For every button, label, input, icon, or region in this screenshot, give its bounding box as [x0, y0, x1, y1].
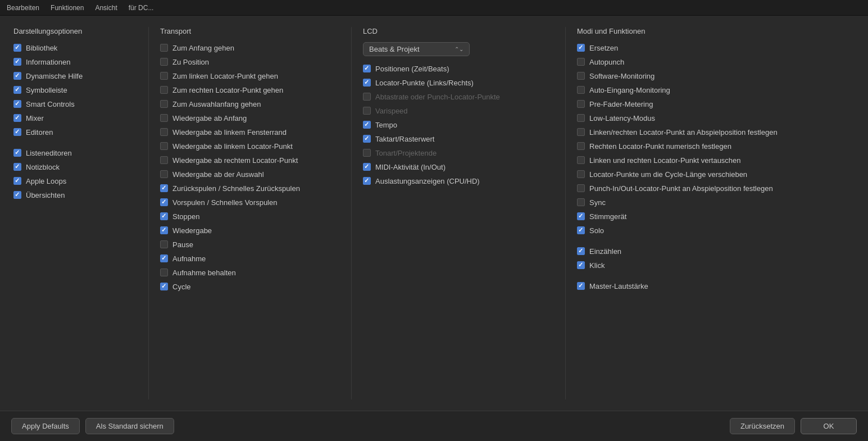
checkbox-darstellung-list-2[interactable]: [13, 72, 21, 80]
list-item: Low-Latency-Modus: [577, 112, 855, 124]
checkbox-transport-list-0[interactable]: [160, 44, 168, 52]
checkbox-lcd-list-5[interactable]: [363, 135, 371, 143]
checkbox-darstellung-list-8[interactable]: [13, 149, 21, 157]
checkbox-label: Apple Loops: [26, 177, 66, 185]
checkbox-label: Rechten Locator-Punkt numerisch festlege…: [589, 142, 731, 151]
darstellung-items: BibliothekInformationenDynamische HilfeS…: [13, 42, 137, 203]
checkbox-darstellung-list-10[interactable]: [13, 177, 21, 185]
checkbox-label: Übersichten: [26, 191, 65, 199]
checkbox-lcd-list-4[interactable]: [363, 121, 371, 129]
checkbox-transport-list-4[interactable]: [160, 100, 168, 108]
checkbox-transport-list-8[interactable]: [160, 156, 168, 164]
checkbox-transport-list-10[interactable]: [160, 184, 168, 192]
checkbox-modi-list-3[interactable]: [577, 86, 585, 94]
content-area: Darstellungsoptionen BibliothekInformati…: [0, 16, 868, 411]
checkbox-label: Stoppen: [172, 212, 199, 221]
checkbox-darstellung-list-5[interactable]: [13, 114, 21, 122]
checkbox-modi-list-16[interactable]: [577, 261, 585, 269]
checkbox-lcd-list-2[interactable]: [363, 93, 371, 101]
checkbox-label: Linken/rechten Locator-Punkt an Abspielp…: [589, 128, 778, 137]
menu-ansicht[interactable]: Ansicht: [95, 4, 117, 12]
checkbox-modi-list-8[interactable]: [577, 156, 585, 164]
list-item: Wiedergabe ab der Auswahl: [160, 169, 340, 180]
checkbox-label: MIDI-Aktivität (In/Out): [375, 163, 446, 171]
list-item: Einzählen: [577, 245, 855, 257]
checkbox-transport-list-15[interactable]: [160, 254, 168, 262]
checkbox-modi-list-4[interactable]: [577, 100, 585, 108]
checkbox-label: Tonart/Projektende: [375, 149, 437, 157]
ok-button[interactable]: OK: [801, 418, 857, 434]
checkbox-darstellung-list-1[interactable]: [13, 58, 21, 66]
checkbox-transport-list-11[interactable]: [160, 198, 168, 206]
list-item: Stoppen: [160, 211, 340, 222]
checkbox-modi-list-2[interactable]: [577, 72, 585, 80]
lcd-dropdown[interactable]: Beats & Projekt ⌃⌄: [363, 42, 470, 56]
checkbox-modi-list-1[interactable]: [577, 58, 585, 66]
checkbox-transport-list-2[interactable]: [160, 72, 168, 80]
checkbox-label: Wiedergabe ab rechtem Locator-Punkt: [172, 156, 298, 165]
checkbox-darstellung-list-11[interactable]: [13, 191, 21, 199]
checkbox-transport-list-5[interactable]: [160, 114, 168, 122]
checkbox-label: Editoren: [26, 128, 53, 137]
section-darstellung: Darstellungsoptionen BibliothekInformati…: [13, 27, 137, 399]
checkbox-transport-list-14[interactable]: [160, 240, 168, 248]
menu-bearbeiten[interactable]: Bearbeiten: [7, 4, 39, 12]
transport-title: Transport: [160, 27, 340, 35]
checkbox-lcd-list-6[interactable]: [363, 149, 371, 157]
checkbox-lcd-list-3[interactable]: [363, 107, 371, 115]
apply-defaults-button[interactable]: Apply Defaults: [11, 418, 80, 434]
checkbox-darstellung-list-4[interactable]: [13, 100, 21, 108]
list-item: Listeneditoren: [13, 147, 137, 158]
checkbox-modi-list-15[interactable]: [577, 247, 585, 255]
checkbox-modi-list-6[interactable]: [577, 128, 585, 136]
zuruecksetzen-button[interactable]: Zurücksetzen: [730, 418, 795, 434]
checkbox-modi-list-9[interactable]: [577, 170, 585, 178]
list-item: Rechten Locator-Punkt numerisch festlege…: [577, 140, 855, 152]
checkbox-label: Aufnahme behalten: [172, 269, 236, 277]
checkbox-modi-list-5[interactable]: [577, 114, 585, 122]
menu-funktionen[interactable]: Funktionen: [51, 4, 84, 12]
checkbox-modi-list-7[interactable]: [577, 142, 585, 150]
checkbox-darstellung-list-6[interactable]: [13, 128, 21, 136]
list-item: Zu Position: [160, 56, 340, 67]
checkbox-transport-list-9[interactable]: [160, 170, 168, 178]
checkbox-label: Wiedergabe ab der Auswahl: [172, 170, 264, 179]
checkbox-modi-list-11[interactable]: [577, 198, 585, 206]
checkbox-transport-list-12[interactable]: [160, 212, 168, 220]
list-item: Apple Loops: [13, 175, 137, 187]
checkbox-darstellung-list-9[interactable]: [13, 163, 21, 171]
checkbox-label: Auto-Eingang-Monitoring: [589, 86, 670, 94]
checkbox-modi-list-12[interactable]: [577, 212, 585, 220]
checkbox-lcd-list-1[interactable]: [363, 79, 371, 87]
checkbox-transport-list-7[interactable]: [160, 142, 168, 150]
checkbox-label: Listeneditoren: [26, 149, 72, 157]
darstellung-title: Darstellungsoptionen: [13, 27, 137, 35]
checkbox-darstellung-list-3[interactable]: [13, 86, 21, 94]
als-standard-button[interactable]: Als Standard sichern: [85, 418, 174, 434]
checkbox-label: Zurückspulen / Schnelles Zurückspulen: [172, 184, 300, 193]
list-item: Auslastungsanzeigen (CPU/HD): [363, 175, 554, 187]
list-item: Editoren: [13, 126, 137, 138]
checkbox-transport-list-13[interactable]: [160, 226, 168, 234]
list-item: Wiedergabe ab Anfang: [160, 112, 340, 124]
checkbox-label: Master-Lautstärke: [589, 282, 648, 290]
checkbox-transport-list-16[interactable]: [160, 269, 168, 276]
checkbox-transport-list-17[interactable]: [160, 283, 168, 290]
checkbox-darstellung-list-0[interactable]: [13, 44, 21, 52]
checkbox-transport-list-1[interactable]: [160, 58, 168, 66]
list-item: Zum Auswahlanfang gehen: [160, 98, 340, 110]
menu-dc[interactable]: für DC...: [129, 4, 154, 12]
checkbox-modi-list-18[interactable]: [577, 282, 585, 290]
checkbox-modi-list-0[interactable]: [577, 44, 585, 52]
checkbox-lcd-list-0[interactable]: [363, 65, 371, 72]
checkbox-lcd-list-7[interactable]: [363, 163, 371, 171]
checkbox-modi-list-13[interactable]: [577, 226, 585, 234]
checkbox-label: Klick: [589, 261, 605, 270]
checkbox-transport-list-6[interactable]: [160, 128, 168, 136]
checkbox-label: Mixer: [26, 114, 44, 122]
checkbox-transport-list-3[interactable]: [160, 86, 168, 94]
checkbox-modi-list-10[interactable]: [577, 184, 585, 192]
list-item: Dynamische Hilfe: [13, 70, 137, 81]
checkbox-label: Zu Position: [172, 58, 209, 66]
checkbox-lcd-list-8[interactable]: [363, 177, 371, 185]
